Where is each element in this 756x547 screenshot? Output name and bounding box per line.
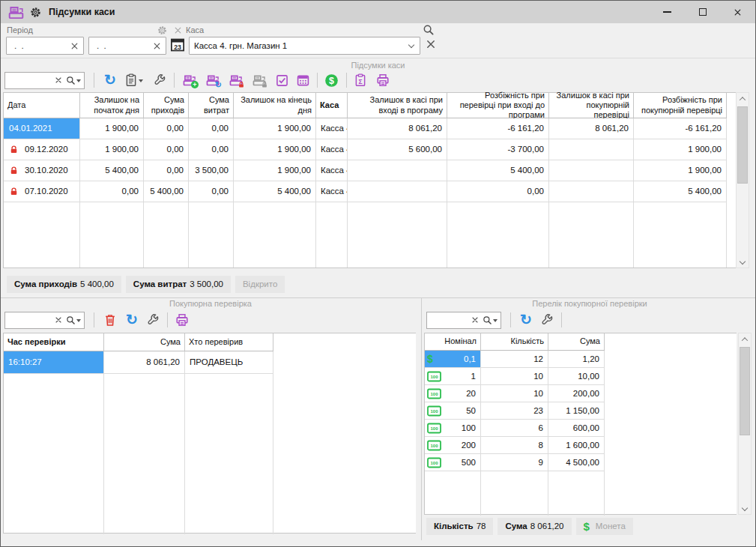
col-check-sum[interactable]: Сума <box>104 333 185 351</box>
col-at-check[interactable]: Залишок в касі при покупюрній перевірці <box>549 93 634 118</box>
clear-search-icon[interactable] <box>55 316 62 324</box>
table-row[interactable]: 50 23 1 150,00 <box>425 402 737 420</box>
col-nominal[interactable]: Номінал <box>425 333 481 351</box>
date-from-clear-icon[interactable] <box>70 42 79 50</box>
col-kasa[interactable]: Каса <box>316 93 348 118</box>
check-time-cell: 16:10:27 <box>4 351 104 374</box>
copy-button[interactable] <box>124 73 146 87</box>
status-badge: Відкрито <box>235 276 285 293</box>
at-check-cell <box>549 181 634 202</box>
search-input[interactable] <box>427 312 471 328</box>
col-qty[interactable]: Кількість <box>481 333 548 351</box>
print-icon[interactable] <box>175 313 189 327</box>
maximize-button[interactable] <box>685 1 720 23</box>
expense-cell: 3 500,00 <box>189 160 234 181</box>
date-to-field[interactable]: . . <box>88 37 166 55</box>
scrollbar-track[interactable] <box>737 105 749 256</box>
copy-options-arrow[interactable] <box>139 79 143 85</box>
table-row[interactable]: 20 10 200,00 <box>425 385 737 402</box>
add-kasa-day-button[interactable]: + <box>183 73 196 87</box>
period-settings-gear-icon[interactable] <box>157 25 167 35</box>
denomination-grid-icon[interactable] <box>297 74 309 87</box>
search-input[interactable] <box>5 312 55 328</box>
search-icon[interactable] <box>66 76 76 85</box>
calendar-icon[interactable] <box>170 37 185 52</box>
col-diff-check[interactable]: Розбіжність при покупюрній перевірці <box>634 93 727 118</box>
scroll-down-button[interactable] <box>739 502 751 514</box>
search-options-arrow[interactable] <box>76 79 81 85</box>
col-diff-login[interactable]: Розбіжність при перевірці при вході до п… <box>447 93 549 118</box>
col-check-who[interactable]: Хто перевірив <box>185 333 273 351</box>
settings-wrench-icon[interactable] <box>153 73 166 87</box>
minimize-button[interactable] <box>650 1 685 23</box>
clear-search-icon[interactable] <box>471 316 479 324</box>
date-to-clear-icon[interactable] <box>153 42 161 50</box>
main-search-box[interactable] <box>4 72 85 89</box>
denom-search-box[interactable] <box>426 312 501 329</box>
totals-report-icon[interactable] <box>354 73 367 87</box>
table-row[interactable]: 100 6 600,00 <box>425 420 737 437</box>
period-clear-icon[interactable] <box>174 26 182 34</box>
kasa-search-icon[interactable] <box>423 24 435 36</box>
date-from-field[interactable]: . . <box>6 37 84 55</box>
col-end[interactable]: Залишок на кінець дня <box>234 93 316 118</box>
check-search-box[interactable] <box>4 312 85 329</box>
col-date[interactable]: Дата <box>4 93 80 118</box>
print-icon[interactable] <box>376 73 390 87</box>
close-kasa-day-button[interactable] <box>229 73 243 87</box>
table-row[interactable]: $0,1 12 1,20 <box>425 351 737 368</box>
table-row[interactable]: 1 10 10,00 <box>425 368 737 385</box>
kasa-label: Каса <box>186 25 204 34</box>
delete-trash-icon[interactable] <box>103 313 117 327</box>
close-button[interactable] <box>720 1 755 23</box>
toolbar-separator <box>317 73 318 88</box>
col-sum[interactable]: Сума <box>548 333 605 351</box>
main-summary-bar: Сума приходів5 400,00 Сума витрат3 500,0… <box>7 276 285 293</box>
scrollbar-thumb[interactable] <box>740 347 750 435</box>
scrollbar-thumb[interactable] <box>737 106 748 184</box>
table-row[interactable]: 16:10:27 8 061,20 ПРОДАВЕЦЬ <box>4 351 416 374</box>
search-options-arrow[interactable] <box>493 319 498 324</box>
gear-icon[interactable] <box>30 7 41 18</box>
col-check-time[interactable]: Час перевірки <box>4 333 104 351</box>
vertical-scrollbar[interactable] <box>736 92 749 268</box>
splitter[interactable] <box>1 297 755 298</box>
locked-kasa-day-button[interactable] <box>252 73 266 87</box>
refresh-icon[interactable]: ↻ <box>126 313 138 327</box>
vertical-scrollbar[interactable] <box>738 333 752 515</box>
check-kasa-day-icon[interactable] <box>276 74 288 87</box>
search-icon[interactable] <box>483 315 492 325</box>
table-row[interactable]: 500 9 4 500,00 <box>425 454 737 471</box>
scroll-up-button[interactable] <box>739 333 751 345</box>
settings-wrench-icon[interactable] <box>540 313 554 327</box>
app-window: Підсумки каси Період Каса . . . . Касса … <box>0 0 756 547</box>
money-dollar-icon[interactable] <box>324 73 339 88</box>
table-row[interactable]: 200 8 1 600,00 <box>425 437 737 454</box>
table-row[interactable]: 30.10.2020 5 400,00 0,00 3 500,00 1 900,… <box>4 160 736 181</box>
search-input[interactable] <box>5 73 55 88</box>
settings-wrench-icon[interactable] <box>146 313 160 327</box>
kasa-select[interactable]: Касса 4. грн. Магазин 1 <box>189 37 420 55</box>
table-row[interactable]: 07.10.2020 0,00 5 400,00 0,00 5 400,00 К… <box>4 181 736 202</box>
income-total-badge: Сума приходів5 400,00 <box>7 276 121 293</box>
search-options-arrow[interactable] <box>76 319 81 324</box>
table-row[interactable]: 04.01.2021 1 900,00 0,00 0,00 1 900,00 К… <box>4 118 736 139</box>
kasa-clear-icon[interactable] <box>426 39 436 49</box>
scrollbar-track[interactable] <box>739 345 751 502</box>
search-icon[interactable] <box>66 315 76 325</box>
nominal-cell: 200 <box>425 437 481 454</box>
table-row[interactable]: 09.12.2020 1 900,00 0,00 0,00 1 900,00 К… <box>4 139 736 160</box>
clear-search-icon[interactable] <box>55 76 62 84</box>
col-expense[interactable]: Сума витрат <box>189 93 234 118</box>
scroll-down-button[interactable] <box>737 256 749 268</box>
refresh-icon[interactable]: ↻ <box>520 313 532 327</box>
col-start[interactable]: Залишок на початок дня <box>80 93 144 118</box>
kasa-cell: Касса 4... <box>316 118 348 139</box>
col-income[interactable]: Сума приходів <box>144 93 189 118</box>
recalc-kasa-day-button[interactable]: ↻ <box>206 73 220 87</box>
window-controls <box>650 1 755 23</box>
expense-cell: 0,00 <box>189 118 234 139</box>
scroll-up-button[interactable] <box>737 93 749 105</box>
col-at-login[interactable]: Залишок в касі при вході в програму <box>348 93 447 118</box>
refresh-icon[interactable]: ↻ <box>104 73 116 87</box>
